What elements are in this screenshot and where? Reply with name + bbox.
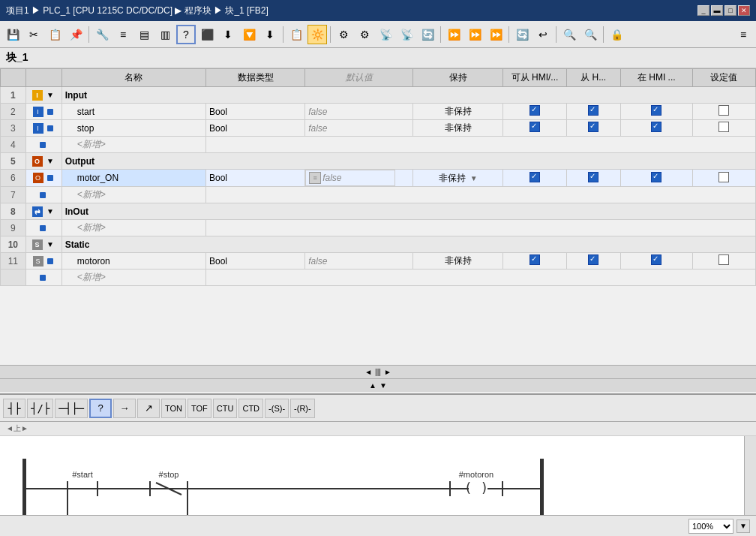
toolbar-btn-17[interactable]: ⚙ xyxy=(355,25,374,44)
close-btn[interactable]: ✕ xyxy=(738,5,750,16)
motor-on-name[interactable]: motor_ON xyxy=(62,170,206,187)
toolbar-btn-paste[interactable]: 📌 xyxy=(66,25,86,44)
ladder-scrollbar-right[interactable] xyxy=(744,436,756,515)
toolbar-btn-9[interactable]: ? xyxy=(176,25,196,44)
toolbar-btn-7[interactable]: ▤ xyxy=(134,25,154,44)
toolbar-btn-cut[interactable]: ✂ xyxy=(24,25,44,44)
contact-no-btn[interactable]: ┤├ xyxy=(3,399,26,418)
stop-set[interactable] xyxy=(692,120,755,137)
motor-on-hmi2-check[interactable] xyxy=(588,172,598,182)
start-hmi3-check[interactable] xyxy=(651,105,662,116)
toolbar-btn-13[interactable]: ⬇ xyxy=(260,25,280,44)
stop-hmi2-check[interactable] xyxy=(588,122,598,132)
motor-on-type[interactable]: Bool xyxy=(206,170,304,187)
stop-hmi3[interactable] xyxy=(620,120,692,137)
motor-on-set-check[interactable] xyxy=(718,172,729,182)
input-new-name[interactable]: <新增> xyxy=(62,137,206,153)
minimize-btn[interactable]: _ xyxy=(698,5,710,16)
input-expand-icon[interactable]: ▼ xyxy=(46,91,54,99)
start-set-check[interactable] xyxy=(718,105,729,116)
reset-coil-btn[interactable]: -(R)- xyxy=(290,399,315,418)
motoron-hmi3-check[interactable] xyxy=(651,254,662,265)
assign-btn[interactable]: → xyxy=(113,399,136,418)
motor-on-edit-btn[interactable]: ≡ xyxy=(309,172,321,184)
toolbar-btn-27[interactable]: 🔍 xyxy=(580,25,600,44)
toolbar-btn-12[interactable]: 🔽 xyxy=(239,25,259,44)
zoom-select[interactable]: 50% 75% 100% 125% 150% 200% xyxy=(688,519,734,534)
start-hmi3[interactable] xyxy=(620,104,692,120)
start-type[interactable]: Bool xyxy=(206,104,304,120)
motoron-hmi3[interactable] xyxy=(620,253,692,270)
motoron-hmi2-check[interactable] xyxy=(588,254,598,265)
toolbar-btn-23[interactable]: ⏩ xyxy=(486,25,506,44)
toolbar-btn-18[interactable]: 📡 xyxy=(376,25,395,44)
toolbar-btn-24[interactable]: 🔄 xyxy=(512,25,532,44)
tof-btn[interactable]: TOF xyxy=(188,399,212,418)
start-hmi1[interactable] xyxy=(503,104,566,120)
toolbar-btn-15[interactable]: 🔆 xyxy=(308,25,327,44)
toolbar-btn-1[interactable]: 💾 xyxy=(3,25,22,44)
scroll-up-btn[interactable]: ▲ xyxy=(369,381,376,390)
toolbar-btn-25[interactable]: ↩ xyxy=(533,25,553,44)
ctd-btn[interactable]: CTD xyxy=(238,399,263,418)
stop-hmi2[interactable] xyxy=(566,120,620,137)
toolbar-btn-11[interactable]: ⬇ xyxy=(218,25,238,44)
start-set[interactable] xyxy=(692,104,755,120)
output-new-name[interactable]: <新增> xyxy=(62,187,206,203)
contact-nc-btn[interactable]: ┤/├ xyxy=(27,399,53,418)
motoron-hmi1-check[interactable] xyxy=(530,254,540,265)
motoron-name[interactable]: motoron xyxy=(62,253,206,270)
toolbar-btn-8[interactable]: ▥ xyxy=(155,25,175,44)
motoron-hmi2[interactable] xyxy=(566,253,620,270)
stop-name[interactable]: stop xyxy=(62,120,206,137)
toolbar-btn-10[interactable]: ⬛ xyxy=(197,25,217,44)
motoron-set[interactable] xyxy=(692,253,755,270)
motoron-type[interactable]: Bool xyxy=(206,253,304,270)
toolbar-btn-20[interactable]: 🔄 xyxy=(418,25,437,44)
motoron-set-check[interactable] xyxy=(718,254,729,265)
maximize-btn[interactable]: □ xyxy=(724,5,736,16)
restore-btn[interactable]: ▬ xyxy=(711,5,723,16)
static-expand-icon[interactable]: ▼ xyxy=(46,240,54,248)
toolbar-btn-copy[interactable]: 📋 xyxy=(45,25,64,44)
toolbar-btn-14[interactable]: 📋 xyxy=(286,25,306,44)
inout-new-name[interactable]: <新增> xyxy=(62,220,206,236)
toolbar-btn-22[interactable]: ⏩ xyxy=(465,25,484,44)
zoom-dropdown-btn[interactable]: ▼ xyxy=(736,519,750,533)
start-hmi2-check[interactable] xyxy=(588,105,598,116)
contact-parallel-btn[interactable]: ─┤├─ xyxy=(55,399,88,418)
stop-hmi3-check[interactable] xyxy=(651,122,662,132)
toolbar-btn-compile[interactable]: ⚙ xyxy=(334,25,353,44)
motor-on-hmi2[interactable] xyxy=(566,170,620,187)
motor-on-hmi3-check[interactable] xyxy=(651,172,662,182)
toolbar-btn-19[interactable]: 📡 xyxy=(397,25,416,44)
nav-left-arrow[interactable]: ◄ xyxy=(364,368,372,376)
toolbar-btn-28[interactable]: 🔒 xyxy=(607,25,626,44)
start-hmi1-check[interactable] xyxy=(530,105,540,116)
toolbar-btn-26[interactable]: 🔍 xyxy=(560,25,579,44)
ton-btn[interactable]: TON xyxy=(161,399,186,418)
stop-hmi1[interactable] xyxy=(503,120,566,137)
unknown-btn[interactable]: ? xyxy=(89,399,112,418)
table-scroll-area[interactable]: 名称 数据类型 默认值 保持 可从 HMI/... 从 H... 在 HMI .… xyxy=(0,68,756,365)
inout-expand-icon[interactable]: ▼ xyxy=(46,207,54,215)
stop-hmi1-check[interactable] xyxy=(530,122,540,132)
start-name[interactable]: start xyxy=(62,104,206,120)
nav-right-arrow[interactable]: ► xyxy=(384,368,392,376)
output-expand-icon[interactable]: ▼ xyxy=(46,157,54,165)
toolbar-btn-21[interactable]: ⏩ xyxy=(444,25,464,44)
ladder-diagram-area[interactable]: #start #stop ( ) #motoron xyxy=(0,436,756,536)
stop-set-check[interactable] xyxy=(718,122,729,132)
start-hmi2[interactable] xyxy=(566,104,620,120)
stop-type[interactable]: Bool xyxy=(206,120,304,137)
motoron-hmi1[interactable] xyxy=(503,253,566,270)
motor-on-retain-arrow[interactable]: ▼ xyxy=(470,174,478,182)
motor-on-hmi1-check[interactable] xyxy=(530,172,540,182)
motor-on-hmi1[interactable] xyxy=(503,170,566,187)
ctu-btn[interactable]: CTU xyxy=(213,399,238,418)
set-coil-btn[interactable]: -(S)- xyxy=(265,399,289,418)
motor-on-hmi3[interactable] xyxy=(620,170,692,187)
static-new-name[interactable]: <新增> xyxy=(62,270,206,286)
scroll-down-btn[interactable]: ▼ xyxy=(380,381,387,390)
toolbar-btn-6[interactable]: ≡ xyxy=(113,25,133,44)
